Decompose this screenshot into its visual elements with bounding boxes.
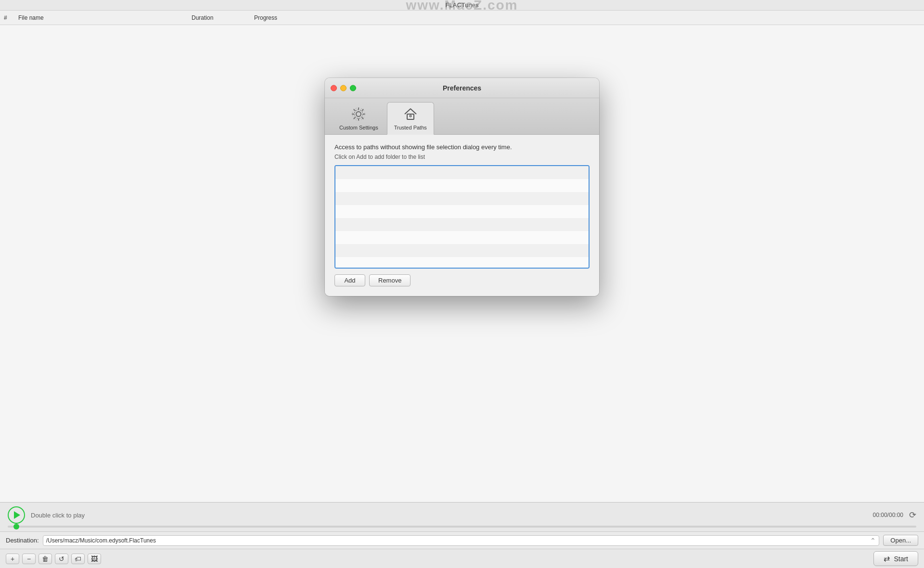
delete-file-button[interactable]: 🗑 <box>38 554 52 564</box>
progress-bar[interactable] <box>8 526 916 528</box>
add-file-button[interactable]: + <box>6 554 19 564</box>
tag-button[interactable]: 🏷 <box>71 554 85 564</box>
destination-input[interactable]: /Users/macz/Music/com.edysoft.FlacTunes … <box>43 535 880 546</box>
list-item <box>335 166 589 179</box>
tab-trusted-paths[interactable]: Trusted Paths <box>387 102 434 135</box>
art-button[interactable]: 🖼 <box>88 554 101 564</box>
player-bar: Double click to play 00:00/00:00 ⟳ <box>0 502 924 531</box>
add-button[interactable]: Add <box>334 274 365 286</box>
list-item <box>335 257 589 269</box>
col-hash: # <box>4 14 18 21</box>
maximize-button[interactable] <box>350 85 356 91</box>
table-header: # File name Duration Progress <box>0 11 924 25</box>
close-button[interactable] <box>331 85 337 91</box>
destination-label: Destination: <box>6 537 39 544</box>
dialog-hint: Click on Add to add folder to the list <box>334 154 590 160</box>
remove-button[interactable]: Remove <box>369 274 411 286</box>
preferences-dialog: Preferences Custom Settings <box>325 78 599 296</box>
svg-point-5 <box>410 116 411 116</box>
main-content: Preferences Custom Settings <box>0 25 924 502</box>
list-item <box>335 218 589 231</box>
minimize-button[interactable] <box>340 85 346 91</box>
col-filename: File name <box>18 14 192 21</box>
destination-arrow-icon: ⌃ <box>870 537 876 544</box>
title-bar: www.MacZ.com FLACTunes <box>0 0 924 11</box>
window-buttons <box>331 85 356 91</box>
toolbar-right: ⇄ Start <box>873 551 918 566</box>
tab-custom-settings-label: Custom Settings <box>339 125 378 130</box>
tag-icon: 🏷 <box>75 555 81 563</box>
col-duration: Duration <box>192 14 254 21</box>
dialog-title: Preferences <box>443 84 481 92</box>
trash-icon: 🗑 <box>42 555 49 563</box>
bottom-toolbar: + − 🗑 ↺ 🏷 🖼 ⇄ Start <box>0 549 924 568</box>
col-progress: Progress <box>254 14 920 21</box>
start-button[interactable]: ⇄ Start <box>873 551 918 566</box>
gear-icon <box>350 105 367 123</box>
toolbar-left: + − 🗑 ↺ 🏷 🖼 <box>6 554 873 564</box>
info-icon: ↺ <box>59 555 64 563</box>
app-title: FLACTunes <box>446 1 479 9</box>
start-icon: ⇄ <box>884 554 890 563</box>
time-display: 00:00/00:00 <box>873 512 903 518</box>
list-item <box>335 231 589 244</box>
trusted-paths-list[interactable] <box>334 165 590 269</box>
info-button[interactable]: ↺ <box>55 554 68 564</box>
list-item <box>335 192 589 205</box>
start-label: Start <box>894 555 908 563</box>
tab-trusted-paths-label: Trusted Paths <box>394 125 427 130</box>
house-icon <box>402 105 419 123</box>
player-controls: Double click to play 00:00/00:00 ⟳ <box>8 506 916 524</box>
art-icon: 🖼 <box>91 555 98 563</box>
dialog-buttons: Add Remove <box>334 274 590 286</box>
repeat-icon[interactable]: ⟳ <box>909 510 916 520</box>
minus-icon: − <box>27 555 31 563</box>
now-playing: Double click to play <box>31 512 867 519</box>
svg-point-1 <box>354 110 363 118</box>
remove-file-button[interactable]: − <box>22 554 36 564</box>
list-item <box>335 244 589 257</box>
destination-path: /Users/macz/Music/com.edysoft.FlacTunes <box>46 537 871 544</box>
dialog-toolbar: Custom Settings Trusted Paths <box>325 98 599 135</box>
destination-bar: Destination: /Users/macz/Music/com.edyso… <box>0 531 924 549</box>
tab-custom-settings[interactable]: Custom Settings <box>333 103 385 134</box>
play-button[interactable] <box>8 506 25 524</box>
dialog-body: Access to paths without showing file sel… <box>325 135 599 296</box>
progress-handle[interactable] <box>13 524 19 529</box>
list-item <box>335 205 589 218</box>
plus-icon: + <box>11 555 14 563</box>
dialog-titlebar: Preferences <box>325 78 599 98</box>
open-button[interactable]: Open... <box>883 535 918 546</box>
dialog-description: Access to paths without showing file sel… <box>334 143 590 151</box>
svg-point-0 <box>356 112 361 116</box>
play-icon <box>14 511 20 519</box>
list-item <box>335 179 589 192</box>
